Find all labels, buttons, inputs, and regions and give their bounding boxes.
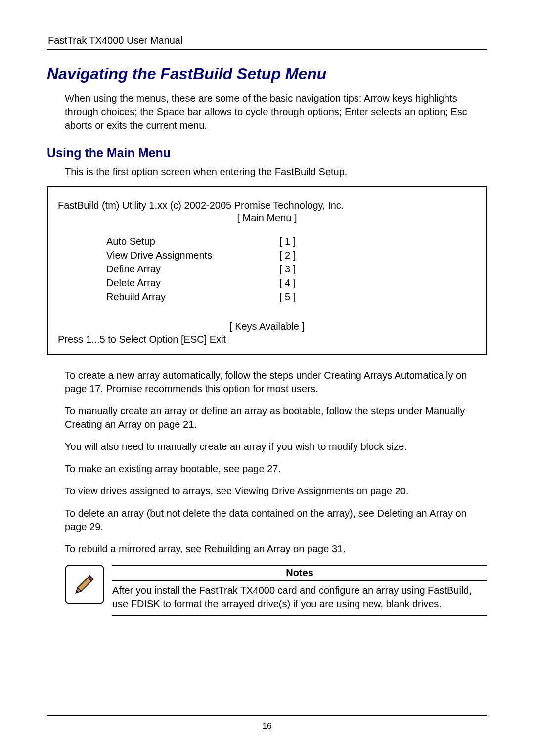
body-paragraph: You will also need to manually create an… <box>65 440 487 453</box>
menu-item-key: [ 4 ] <box>279 276 309 290</box>
page-number: 16 <box>47 721 487 731</box>
body-paragraph: To manually create an array or define an… <box>65 404 487 431</box>
menu-title: FastBuild (tm) Utility 1.xx (c) 2002-200… <box>58 200 476 211</box>
menu-item: Auto Setup [ 1 ] <box>106 234 476 248</box>
menu-item: Define Array [ 3 ] <box>106 262 476 276</box>
note-text: After you install the FastTrak TX4000 ca… <box>112 584 487 616</box>
header-rule <box>47 49 487 50</box>
section-subtitle: Using the Main Menu <box>47 146 487 160</box>
page-footer: 16 <box>47 715 487 731</box>
body-paragraph: To make an existing array bootable, see … <box>65 462 487 476</box>
body-paragraph: To view drives assigned to arrays, see V… <box>65 485 487 498</box>
menu-item-key: [ 5 ] <box>279 290 309 304</box>
keys-instruction: Press 1...5 to Select Option [ESC] Exit <box>58 334 476 345</box>
menu-item: View Drive Assignments [ 2 ] <box>106 248 476 262</box>
menu-subtitle: [ Main Menu ] <box>58 212 476 223</box>
menu-item-label: View Drive Assignments <box>106 248 279 262</box>
menu-item-key: [ 2 ] <box>279 248 309 262</box>
menu-item-label: Delete Array <box>106 276 279 290</box>
body-paragraph: To rebuild a mirrored array, see Rebuild… <box>65 542 487 556</box>
footer-rule <box>47 715 487 716</box>
notes-section: Notes After you install the FastTrak TX4… <box>65 565 487 616</box>
page-header: FastTrak TX4000 User Manual <box>47 35 487 46</box>
menu-item-label: Rebuild Array <box>106 290 279 304</box>
body-paragraph: To delete an array (but not delete the d… <box>65 507 487 534</box>
note-header: Notes <box>112 565 487 581</box>
keys-header: [ Keys Available ] <box>58 321 476 332</box>
page-title: Navigating the FastBuild Setup Menu <box>47 65 487 83</box>
intro-paragraph: When using the menus, these are some of … <box>65 92 487 132</box>
menu-items-list: Auto Setup [ 1 ] View Drive Assignments … <box>106 234 476 304</box>
menu-item-key: [ 3 ] <box>279 262 309 276</box>
pencil-icon <box>65 565 104 604</box>
body-paragraph: To create a new array automatically, fol… <box>65 369 487 396</box>
menu-item-label: Define Array <box>106 262 279 276</box>
menu-box: FastBuild (tm) Utility 1.xx (c) 2002-200… <box>47 186 487 355</box>
menu-item: Delete Array [ 4 ] <box>106 276 476 290</box>
menu-item-key: [ 1 ] <box>279 234 309 248</box>
section-intro: This is the first option screen when ent… <box>65 166 487 178</box>
menu-item-label: Auto Setup <box>106 234 279 248</box>
menu-item: Rebuild Array [ 5 ] <box>106 290 476 304</box>
note-content: Notes After you install the FastTrak TX4… <box>112 565 487 616</box>
